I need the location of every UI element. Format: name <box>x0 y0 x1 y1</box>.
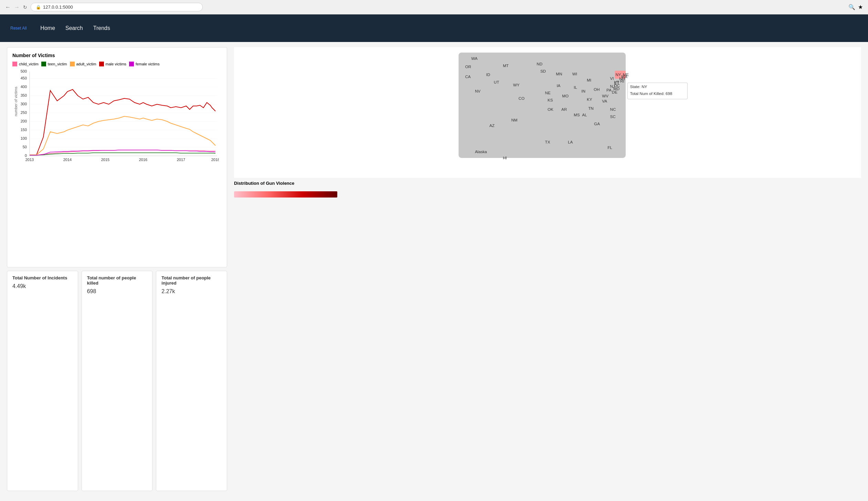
x-label-2016: 2016 <box>139 158 147 162</box>
legend-teen: teen_victim <box>41 62 67 66</box>
reload-button[interactable]: ↻ <box>23 4 27 10</box>
legend-color-adult <box>70 62 75 66</box>
nav-home[interactable]: Home <box>40 25 55 31</box>
state-nd: ND <box>537 62 542 66</box>
y-label-50: 50 <box>23 145 27 149</box>
teen-victims-line <box>30 153 215 155</box>
stat-killed-value: 698 <box>87 288 147 295</box>
state-ar: AR <box>561 107 567 111</box>
state-in: IN <box>581 89 585 93</box>
male-victims-line <box>30 89 215 155</box>
x-label-2017: 2017 <box>177 158 185 162</box>
state-az: AZ <box>489 123 495 128</box>
x-label-2013: 2013 <box>25 158 34 162</box>
state-ks: KS <box>548 98 553 102</box>
state-ok: OK <box>548 107 553 111</box>
state-sd: SD <box>540 69 546 73</box>
state-ne: NE <box>545 90 551 95</box>
state-va: VA <box>602 99 607 104</box>
state-tx: TX <box>545 140 550 144</box>
victims-chart-panel: Number of Victims child_victim teen_vict… <box>7 47 227 267</box>
y-label-450: 450 <box>21 76 27 80</box>
state-de: DE <box>612 90 617 94</box>
y-label-150: 150 <box>21 128 27 132</box>
chart-legend: child_victim teen_victim adult_victim ma… <box>12 62 222 66</box>
legend-male: male victims <box>99 62 127 66</box>
legend-label-female: female victims <box>136 62 160 66</box>
state-id: ID <box>486 72 490 77</box>
reset-all-button[interactable]: Reset All <box>10 26 27 31</box>
state-wa: WA <box>471 56 478 61</box>
state-ri: RI <box>620 79 624 83</box>
state-la: LA <box>568 140 573 144</box>
distribution-section: Distribution of Gun Violence <box>234 179 861 199</box>
state-hi: HI <box>503 156 507 160</box>
stat-injured: Total number of people injured 2.27k <box>156 271 227 491</box>
y-label-400: 400 <box>21 85 27 89</box>
stat-injured-value: 2.27k <box>161 288 222 295</box>
state-al: AL <box>582 113 587 117</box>
stat-incidents: Total Number of Incidents 4.49k <box>7 271 78 491</box>
tooltip-killed: Total Num of Killed: 698 <box>630 91 673 96</box>
legend-label-adult: adult_victim <box>76 62 96 66</box>
x-label-2014: 2014 <box>63 158 72 162</box>
state-ga: GA <box>594 121 600 126</box>
legend-label-male: male victims <box>106 62 127 66</box>
us-map-container: WA MT ND OR ID WY SD MN WI MI NY UT <box>234 47 861 199</box>
y-label-300: 300 <box>21 102 27 106</box>
state-or: OR <box>465 64 471 69</box>
state-wv: WV <box>602 94 608 98</box>
legend-label-child: child_victim <box>19 62 39 66</box>
state-sc: SC <box>610 114 616 119</box>
x-label-2018: 2018 <box>211 158 219 162</box>
state-ky: KY <box>587 97 592 102</box>
state-wi: WI <box>572 72 577 76</box>
stat-incidents-value: 4.49k <box>12 283 73 289</box>
y-label-0: 0 <box>25 153 27 158</box>
back-button[interactable]: ← <box>5 4 11 10</box>
distribution-label: Distribution of Gun Violence <box>234 181 854 186</box>
url-bar[interactable]: 127.0.0.1:5000 <box>43 4 73 10</box>
legend-color-child <box>12 62 17 66</box>
search-icon[interactable]: 🔍 <box>848 4 855 10</box>
stats-row: Total Number of Incidents 4.49k Total nu… <box>7 271 227 491</box>
nav-search[interactable]: Search <box>65 25 83 31</box>
stat-injured-label: Total number of people injured <box>161 275 222 286</box>
victims-chart-svg-container: number of victims <box>12 68 222 166</box>
y-label-200: 200 <box>21 119 27 123</box>
svg-rect-12 <box>458 53 626 158</box>
y-label-350: 350 <box>21 93 27 97</box>
state-ma: MA <box>621 74 627 79</box>
state-mo: MO <box>562 94 569 98</box>
bookmark-icon[interactable]: ★ <box>858 4 863 10</box>
state-nv: NV <box>475 89 480 93</box>
state-il: IL <box>574 85 577 89</box>
legend-color-female <box>129 62 134 66</box>
forward-button[interactable]: → <box>14 4 20 10</box>
legend-child: child_victim <box>12 62 39 66</box>
victims-chart-title: Number of Victims <box>12 53 222 58</box>
state-tn: TN <box>588 106 593 110</box>
state-vi: VI <box>610 76 614 81</box>
y-label-250: 250 <box>21 110 27 115</box>
state-mn: MN <box>556 72 562 76</box>
y-label-100: 100 <box>21 136 27 140</box>
state-nc: NC <box>610 107 616 111</box>
nav-trends[interactable]: Trends <box>93 25 110 31</box>
state-ms: MS <box>574 113 580 117</box>
state-mi: MI <box>587 78 591 82</box>
state-nm: NM <box>511 118 517 122</box>
state-ut: UT <box>494 80 499 84</box>
state-ca: CA <box>465 74 470 79</box>
state-ia: IA <box>557 83 560 88</box>
legend-adult: adult_victim <box>70 62 96 66</box>
lock-icon: 🔒 <box>36 5 41 10</box>
stat-killed: Total number of people killed 698 <box>82 271 153 491</box>
legend-color-male <box>99 62 104 66</box>
state-alaska: Alaska <box>475 149 487 154</box>
state-co: CO <box>519 96 525 100</box>
us-map-svg: WA MT ND OR ID WY SD MN WI MI NY UT <box>234 47 861 178</box>
state-wy: WY <box>513 83 520 87</box>
tooltip-state: State: NY <box>630 84 647 89</box>
victims-line-chart: number of victims <box>12 68 219 164</box>
